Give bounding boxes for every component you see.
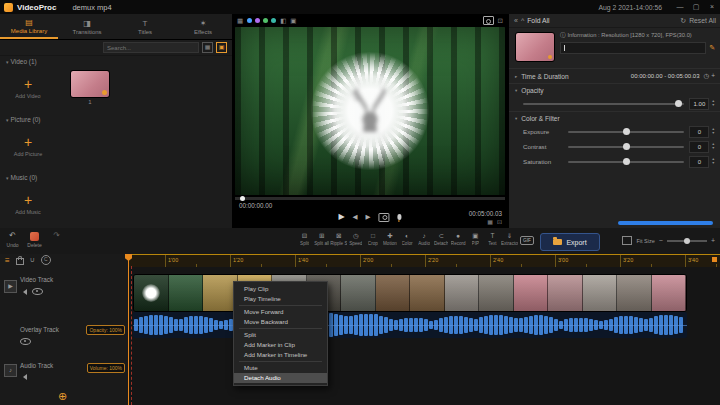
close-button[interactable]: × (704, 0, 720, 14)
tab-media-library[interactable]: ▤Media Library (0, 14, 58, 39)
contrast-slider-handle[interactable] (623, 143, 630, 150)
export-button[interactable]: Export (540, 233, 600, 251)
magnet-snap-icon[interactable]: ∪ (30, 256, 35, 264)
exposure-slider[interactable] (568, 131, 684, 133)
audio-waveform[interactable] (133, 312, 687, 338)
stepper-icons[interactable]: ▲▼ (711, 143, 715, 150)
fold-all-icon[interactable]: ^ (521, 17, 524, 24)
fit-size-label[interactable]: Fit Size (636, 238, 654, 244)
collapse-panel-icon[interactable]: « (514, 17, 518, 24)
tab-effects[interactable]: ✶Effects (174, 14, 232, 39)
opacity-section-header[interactable]: ▾ Opacity (509, 83, 720, 96)
exposure-value[interactable]: 0 (689, 126, 709, 138)
play-button[interactable]: ▶ (338, 211, 344, 223)
picture-section-header[interactable]: ▾Picture (0) (0, 114, 232, 126)
video-clip-item[interactable]: 1 (68, 70, 112, 105)
exposure-slider-handle[interactable] (623, 128, 630, 135)
zoom-out-icon[interactable]: − (659, 237, 663, 245)
undo-button[interactable]: ↶ Undo (4, 231, 21, 248)
tool-text[interactable]: TText (484, 232, 501, 246)
volume-badge[interactable]: Volume: 100% (87, 363, 125, 373)
edit-name-icon[interactable]: ✎ (709, 44, 715, 52)
add-picture-button[interactable]: + Add Picture (0, 128, 56, 164)
tab-titles[interactable]: TTitles (116, 14, 174, 39)
menu-item-split[interactable]: Split (234, 330, 327, 340)
mute-track-icon[interactable] (20, 289, 27, 295)
menu-item-play-timeline[interactable]: Play Timeline (234, 294, 327, 304)
menu-item-play-clip[interactable]: Play Clip (234, 284, 327, 294)
tool-detach[interactable]: ⊂Detach (433, 232, 450, 246)
timeline-ruler[interactable]: 1'001'201'402'002'202'403'003'203'40 (128, 254, 720, 267)
panel-toggle-icon[interactable]: ▣ (216, 42, 227, 53)
redo-button[interactable]: ↷ (48, 231, 65, 248)
gif-button[interactable]: GIF (520, 236, 534, 245)
opacity-slider[interactable] (523, 103, 684, 105)
contrast-slider[interactable] (568, 146, 684, 148)
color-dot-icon[interactable] (255, 18, 260, 23)
delete-button[interactable]: Delete (26, 231, 43, 248)
fullscreen-icon[interactable]: ⊡ (498, 14, 503, 27)
horizontal-scrollbar[interactable] (618, 221, 713, 225)
search-input[interactable] (103, 42, 199, 53)
maximize-button[interactable]: ▢ (688, 0, 704, 14)
crop-frame-icon[interactable]: ▣ (290, 14, 296, 27)
video-clip-strip[interactable] (133, 274, 687, 312)
menu-item-add-marker-in-clip[interactable]: Add Marker in Clip (234, 340, 327, 350)
track-list-icon[interactable]: ≡ (5, 256, 10, 265)
opacity-badge[interactable]: Opacity: 100% (86, 325, 125, 335)
tool-speed[interactable]: ◷Speed (347, 232, 364, 246)
grid-view-icon[interactable]: ▦ (202, 42, 213, 53)
add-video-button[interactable]: + Add Video (0, 70, 56, 106)
tool-motion[interactable]: ✚Motion (381, 232, 398, 246)
color-filter-section-header[interactable]: ▾ Color & Filter (509, 111, 720, 124)
menu-item-detach-audio[interactable]: Detach Audio (234, 373, 327, 383)
zoom-slider[interactable] (667, 240, 707, 242)
visibility-icon[interactable] (32, 288, 43, 295)
marker-icon[interactable]: C (41, 255, 51, 265)
tool-record[interactable]: ●Record (450, 232, 467, 246)
snapshot-icon[interactable] (483, 16, 494, 25)
tool-pip[interactable]: ▣PIP (467, 232, 484, 246)
menu-item-mute[interactable]: Mute (234, 363, 327, 373)
clock-icon[interactable]: ◷ (704, 72, 710, 80)
playhead[interactable] (128, 254, 129, 405)
microphone-icon[interactable] (398, 214, 402, 220)
prev-frame-button[interactable]: ◀ (353, 211, 358, 223)
music-section-header[interactable]: ▾Music (0) (0, 172, 232, 184)
preview-seekbar[interactable] (235, 197, 505, 200)
fold-all-button[interactable]: Fold All (527, 17, 549, 24)
mask-icon[interactable]: ◧ (280, 14, 286, 27)
visibility-icon[interactable] (20, 338, 31, 345)
chevron-right-icon[interactable]: ▸ (515, 74, 517, 79)
tool-audio[interactable]: ♪Audio (416, 232, 433, 246)
color-dot-icon[interactable] (271, 18, 276, 23)
opacity-slider-handle[interactable] (675, 100, 682, 107)
safe-area-icon[interactable]: ▦ (237, 14, 243, 27)
tool-crop[interactable]: □Crop (364, 232, 381, 246)
saturation-slider[interactable] (568, 161, 684, 163)
menu-item-move-backward[interactable]: Move Backward (234, 317, 327, 327)
stepper-icons[interactable]: ▲▼ (711, 128, 715, 135)
step-down-icon[interactable]: ▼ (711, 104, 715, 108)
color-dot-icon[interactable] (247, 18, 252, 23)
saturation-slider-handle[interactable] (623, 158, 630, 165)
video-clip-thumbnail[interactable] (70, 70, 110, 98)
add-keyframe-icon[interactable]: + (711, 72, 715, 80)
video-viewport[interactable] (235, 27, 505, 195)
next-frame-button[interactable]: ▶ (366, 211, 371, 223)
contrast-value[interactable]: 0 (689, 141, 709, 153)
time-duration-label[interactable]: Time & Duration (521, 73, 568, 80)
tab-transitions[interactable]: ◨Transitions (58, 14, 116, 39)
zoom-in-icon[interactable]: + (711, 237, 715, 245)
menu-item-move-forward[interactable]: Move Forward (234, 307, 327, 317)
mute-track-icon[interactable] (20, 374, 27, 380)
menu-item-add-marker-in-timeline[interactable]: Add Marker in Timeline (234, 350, 327, 360)
stepper-icons[interactable]: ▲▼ (711, 158, 715, 165)
tool-split[interactable]: ⊟Split (296, 232, 313, 246)
opacity-value[interactable]: 1.00 (689, 98, 709, 110)
clip-name-input[interactable] (560, 42, 706, 54)
grid-overlay-icon[interactable]: ▦ (487, 218, 493, 225)
minimize-button[interactable]: — (672, 0, 688, 14)
fit-size-icon[interactable] (622, 236, 632, 245)
saturation-value[interactable]: 0 (689, 156, 709, 168)
